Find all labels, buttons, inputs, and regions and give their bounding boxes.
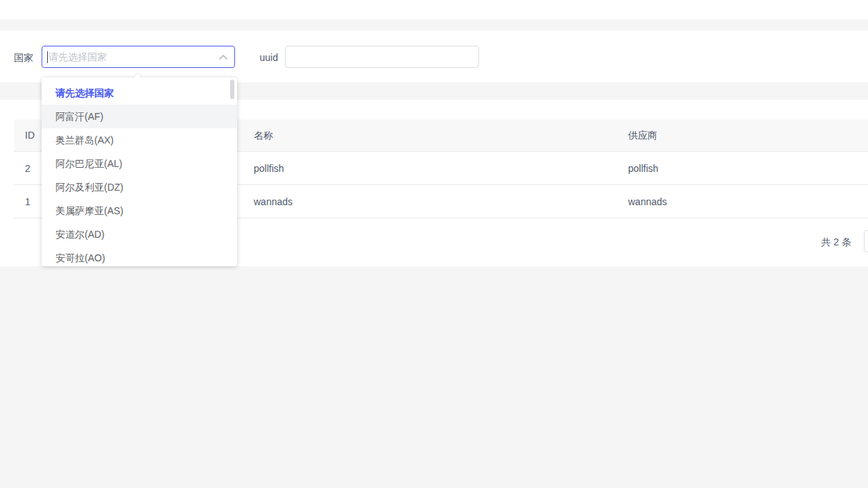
cell-name: pollfish [254, 152, 614, 185]
dropdown-option[interactable]: 安哥拉(AO) [42, 246, 237, 266]
pagination-total: 共 2 条 [821, 236, 851, 247]
column-header-name: 名称 [254, 119, 614, 152]
cell-supplier: wannads [628, 185, 857, 218]
country-select[interactable]: 请先选择国家 [42, 46, 235, 68]
country-label: 国家 [14, 52, 35, 63]
dropdown-option[interactable]: 阿尔巴尼亚(AL) [42, 152, 237, 175]
dropdown-scrollbar-thumb[interactable] [230, 80, 234, 99]
cell-supplier: pollfish [628, 152, 857, 185]
country-dropdown: 请先选择国家 阿富汗(AF) 奥兰群岛(AX) 阿尔巴尼亚(AL) 阿尔及利亚(… [42, 78, 237, 266]
page-size-select-cutoff[interactable] [864, 230, 868, 252]
text-cursor [47, 51, 48, 63]
column-header-supplier: 供应商 [628, 119, 857, 152]
dropdown-option[interactable]: 阿富汗(AF) [42, 105, 237, 128]
dropdown-option[interactable]: 安道尔(AD) [42, 223, 237, 246]
uuid-input[interactable] [285, 46, 479, 68]
dropdown-option[interactable]: 奥兰群岛(AX) [42, 128, 237, 152]
top-bar [0, 0, 868, 19]
chevron-up-icon [218, 53, 228, 62]
cell-name: wannads [254, 185, 614, 218]
country-select-placeholder: 请先选择国家 [49, 51, 107, 63]
uuid-label: uuid [257, 52, 278, 63]
dropdown-option[interactable]: 美属萨摩亚(AS) [42, 199, 237, 223]
dropdown-option[interactable]: 阿尔及利亚(DZ) [42, 175, 237, 199]
dropdown-option[interactable]: 请先选择国家 [42, 81, 237, 105]
